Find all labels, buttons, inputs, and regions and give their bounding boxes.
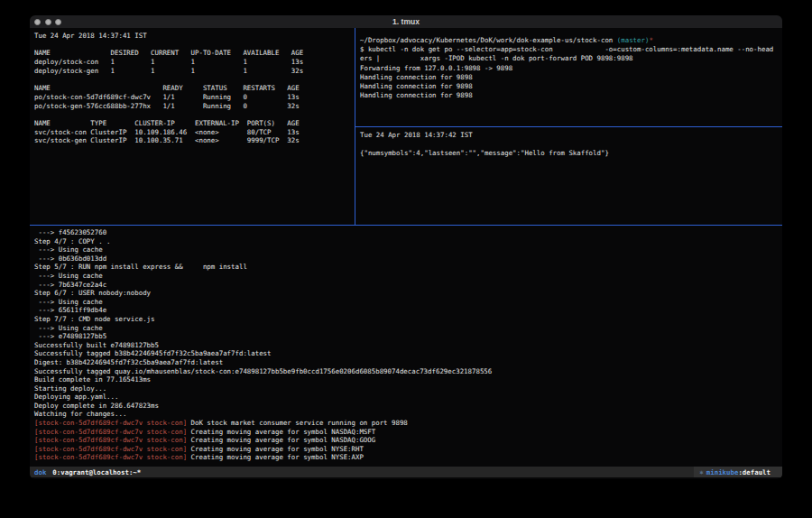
terminal-line: ~/Dropbox/advocacy/Kubernetes/DoK/work/d…: [360, 36, 782, 45]
terminal-line: Forwarding from 127.0.0.1:9898 -> 9898: [360, 64, 782, 73]
terminal-line: Tue 24 Apr 2018 14:37:42 IST: [360, 131, 782, 140]
window-titlebar[interactable]: 1. tmux: [30, 15, 782, 28]
terminal-line: ---> f45623052760: [34, 228, 782, 237]
terminal-line: Deploying app.yaml...: [34, 393, 782, 402]
terminal-line: ---> 7b6347ce2a4c: [34, 281, 782, 290]
terminal-line: ---> Using cache: [34, 245, 782, 254]
terminal-line: [34, 75, 355, 84]
terminal-line: svc/stock-con ClusterIP 10.109.186.46 <n…: [34, 128, 355, 137]
terminal-line: ---> Using cache: [34, 272, 782, 281]
terminal-line: Build complete in 77.165413ms: [34, 375, 782, 384]
kubernetes-helm-icon: ⎈: [699, 468, 706, 476]
terminal-line: po/stock-con-5d7df689cf-dwc7v 1/1 Runnin…: [34, 93, 355, 102]
terminal-line: Successfully tagged quay.io/mhausenblas/…: [34, 367, 782, 376]
terminal-line: po/stock-gen-576cc688bb-277hx 1/1 Runnin…: [34, 102, 355, 111]
window-tab[interactable]: 0:vagrant@localhost:~*: [46, 468, 141, 476]
terminal-line: [34, 41, 355, 50]
terminal-line: ---> Using cache: [34, 298, 782, 307]
traffic-lights: [30, 19, 61, 25]
terminal-line: Starting deploy...: [34, 384, 782, 393]
status-right: ⎈ minikube :default: [694, 467, 782, 477]
terminal-line: Handling connection for 9898: [360, 82, 782, 91]
terminal-line: $ kubectl -n dok get po --selector=app=s…: [360, 45, 782, 54]
terminal-line: NAME TYPE CLUSTER-IP EXTERNAL-IP PORT(S)…: [34, 119, 355, 128]
terminal-line: svc/stock-gen ClusterIP 10.100.35.71 <no…: [34, 136, 355, 145]
terminal-line: [34, 110, 355, 119]
terminal-line: Watching for changes...: [34, 410, 782, 419]
terminal-line: Handling connection for 9898: [360, 91, 782, 100]
tmux-status-bar: dok 0:vagrant@localhost:~* ⎈ minikube :d…: [30, 467, 782, 477]
terminal-line: Successfully tagged b38b42246945fd7f32c5…: [34, 349, 782, 358]
pane-kubectl-watch[interactable]: Tue 24 Apr 2018 14:37:41 ISTNAME DESIRED…: [30, 28, 355, 225]
terminal-line: ers | xargs -IPOD kubectl -n dok port-fo…: [360, 54, 782, 63]
terminal-line: [stock-con-5d7df689cf-dwc7v stock-con] C…: [34, 436, 782, 445]
kube-namespace-label: :default: [738, 468, 770, 476]
terminal-line: Handling connection for 9898: [360, 73, 782, 82]
terminal-line: ---> Using cache: [34, 324, 782, 333]
terminal-line: Step 5/7 : RUN npm install express && np…: [34, 263, 782, 272]
terminal-line: Successfully built e74898127bb5: [34, 341, 782, 350]
pane-curl-output[interactable]: Tue 24 Apr 2018 14:37:42 IST{"numsymbols…: [355, 127, 782, 225]
terminal-line: ---> 0b636bd013dd: [34, 254, 782, 264]
terminal-line: Digest: b38b42246945fd7f32c5ba9aea7af7fd…: [34, 358, 782, 367]
session-name[interactable]: dok: [30, 468, 46, 476]
window-title: 1. tmux: [30, 17, 782, 26]
terminal-line: ---> e74898127bb5: [34, 332, 782, 341]
terminal-line: [stock-con-5d7df689cf-dwc7v stock-con] C…: [34, 428, 782, 437]
tmux-session: Tue 24 Apr 2018 14:37:41 ISTNAME DESIRED…: [30, 28, 782, 479]
minimize-button[interactable]: [45, 19, 51, 25]
terminal-line: [stock-con-5d7df689cf-dwc7v stock-con] C…: [34, 445, 782, 454]
terminal-line: deploy/stock-gen 1 1 1 1 32s: [34, 67, 355, 76]
screen: { "window": { "title": "1. tmux" }, "col…: [0, 0, 812, 518]
terminal-line: Step 7/7 : CMD node service.js: [34, 315, 782, 324]
terminal-line: [360, 140, 782, 149]
terminal-line: deploy/stock-con 1 1 1 1 13s: [34, 58, 355, 67]
terminal-line: Deploy complete in 286.647823ms: [34, 402, 782, 411]
terminal-line: Tue 24 Apr 2018 14:37:41 IST: [34, 32, 355, 41]
kube-cluster-label: minikube: [706, 468, 739, 476]
terminal-line: [stock-con-5d7df689cf-dwc7v stock-con] D…: [34, 419, 782, 428]
pane-port-forward[interactable]: ~/Dropbox/advocacy/Kubernetes/DoK/work/d…: [355, 28, 782, 126]
terminal-line: NAME DESIRED CURRENT UP-TO-DATE AVAILABL…: [34, 49, 355, 58]
terminal-line: {"numsymbols":4,"lastseen":"","message":…: [360, 149, 782, 158]
zoom-button[interactable]: [55, 19, 61, 25]
terminal-line: Step 4/7 : COPY . .: [34, 237, 782, 246]
pane-skaffold-build[interactable]: ---> f45623052760Step 4/7 : COPY . . ---…: [30, 226, 782, 467]
terminal-window: 1. tmux Tue 24 Apr 2018 14:37:41 ISTNAME…: [30, 15, 782, 479]
terminal-line: ---> 65611ff9db4e: [34, 306, 782, 315]
terminal-line: NAME READY STATUS RESTARTS AGE: [34, 84, 355, 93]
terminal-line: [stock-con-5d7df689cf-dwc7v stock-con] C…: [34, 453, 782, 462]
terminal-line: Step 6/7 : USER nobody:nobody: [34, 289, 782, 298]
close-button[interactable]: [34, 19, 41, 25]
